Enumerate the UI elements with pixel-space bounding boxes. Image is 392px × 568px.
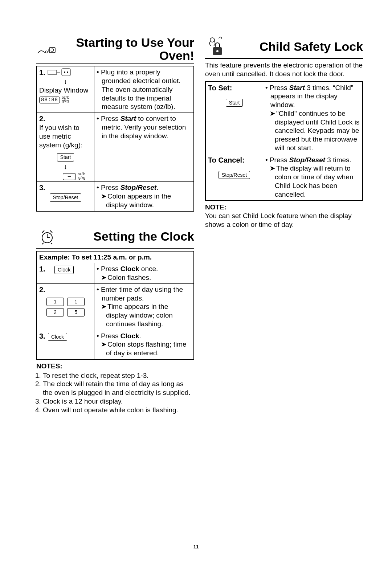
childlock-note-head: NOTE: (205, 203, 363, 212)
step-number: 2. (39, 285, 45, 294)
clock-step-3: 3. Clock Press Clock. Colon stops flashi… (37, 330, 194, 359)
clock-note: Clock is a 12 hour display. (43, 397, 194, 406)
display-readout: 88:88 (39, 97, 60, 104)
numpad-1: 1 (67, 298, 85, 306)
clock-note: Oven will not operate while colon is fla… (43, 406, 194, 414)
clock-notes-head: NOTES: (36, 362, 194, 371)
childlock-intro: This feature prevents the electronic ope… (205, 61, 363, 78)
instruction-text: Press Stop/Reset. (97, 183, 191, 192)
clock-note: To reset the clock, repeat step 1-3. (43, 371, 194, 380)
alarm-clock-icon (36, 226, 58, 248)
page-number: 11 (0, 544, 392, 550)
start-button-graphic: Start (57, 153, 74, 162)
clock-button-graphic: Clock (54, 266, 74, 274)
display-window-label: Display Window (39, 86, 92, 95)
childlock-title: Child Safety Lock (227, 40, 363, 53)
clock-step-2: 2. 1 1 2 5 Enter time of day using the n… (37, 283, 194, 330)
childlock-cancel-row: To Cancel: Stop/Reset Press Stop/Reset 3… (205, 154, 363, 200)
clock-note: The clock will retain the time of day as… (43, 380, 194, 397)
svg-point-11 (210, 38, 215, 42)
starting-heading: Starting to Use Your Oven! (36, 36, 194, 64)
childlock-set-row: To Set: Start Press Start 3 times. “Chil… (205, 82, 363, 154)
left-column: Starting to Use Your Oven! 1. ↓ Display … (36, 36, 194, 553)
starting-step-1: 1. ↓ Display Window 88:88 oz/lbg/kg (37, 66, 194, 113)
stop-reset-button-graphic: Stop/Reset (219, 171, 250, 179)
result-text: Colon appears in the display window. (97, 192, 191, 209)
svg-point-7 (67, 71, 68, 73)
child-lock-icon (205, 36, 227, 58)
clock-example-row: Example: To set 11:25 a.m. or p.m. (37, 251, 194, 263)
instruction-text: Press Start to convert to metric. Verify… (97, 114, 191, 140)
instruction-text: Plug into a properly grounded electrical… (97, 68, 191, 85)
numpad-2: 2 (46, 308, 64, 316)
step-number: 3. (39, 183, 45, 192)
result-text: Time appears in the display window; colo… (97, 302, 191, 328)
step-number: 1. (39, 68, 45, 77)
step-number: 1. (39, 265, 45, 274)
svg-rect-5 (62, 69, 70, 76)
instruction-text: Enter time of day using the number pads. (97, 285, 191, 303)
clock-button-graphic: Clock (48, 333, 67, 341)
result-text: The display will return to colon or time… (265, 164, 360, 199)
clock-title: Setting the Clock (58, 230, 194, 243)
clock-step-1: 1. Clock Press Clock once. Colon flashes… (37, 263, 194, 284)
clock-example-text: Example: To set 11:25 a.m. or p.m. (37, 251, 194, 263)
clock-heading: Setting the Clock (36, 226, 194, 249)
childlock-note: You can set Child Lock feature when the … (205, 212, 363, 229)
to-set-label: To Set: (208, 83, 261, 93)
instruction-text: The oven automatically defaults to the i… (97, 85, 191, 111)
svg-point-6 (64, 71, 65, 73)
starting-step-2: 2. If you wish to use metric system (g/k… (37, 113, 194, 182)
svg-rect-3 (48, 70, 57, 74)
hand-oven-icon (36, 39, 58, 61)
step-left-text: If you wish to use metric system (g/kg): (39, 123, 92, 149)
step-number: 2. (39, 114, 45, 123)
right-column: Child Safety Lock This feature prevents … (205, 36, 363, 553)
clock-steps-table: Example: To set 11:25 a.m. or p.m. 1. Cl… (36, 251, 194, 360)
start-button-graphic: Start (226, 99, 243, 107)
numpad-5: 5 (67, 308, 85, 316)
manual-page: Starting to Use Your Oven! 1. ↓ Display … (0, 0, 392, 568)
childlock-table: To Set: Start Press Start 3 times. “Chil… (205, 81, 363, 201)
instruction-text: Press Stop/Reset 3 times. (265, 156, 360, 164)
clock-notes-list: To reset the clock, repeat step 1-3. The… (43, 371, 194, 414)
result-text: Colon flashes. (97, 273, 191, 282)
svg-point-0 (45, 51, 48, 53)
svg-point-13 (216, 50, 219, 52)
childlock-heading: Child Safety Lock (205, 36, 363, 59)
starting-title: Starting to Use Your Oven! (58, 36, 194, 62)
result-text: Colon stops flashing; time of day is ent… (97, 340, 191, 357)
numpad-1: 1 (46, 298, 64, 306)
svg-point-2 (51, 49, 54, 52)
to-cancel-label: To Cancel: (208, 156, 261, 165)
instruction-text: Press Clock. (97, 332, 191, 340)
instruction-text: Press Start 3 times. “Child” appears in … (265, 83, 360, 109)
stop-reset-button-graphic: Stop/Reset (50, 193, 81, 202)
svg-rect-1 (49, 48, 55, 53)
result-text: "Child" continues to be displayed until … (265, 109, 360, 152)
starting-steps-table: 1. ↓ Display Window 88:88 oz/lbg/kg (36, 66, 194, 211)
step-number: 3. (39, 332, 45, 341)
instruction-text: Press Clock once. (97, 265, 191, 273)
starting-step-3: 3. Stop/Reset Press Stop/Reset. Colon ap… (37, 182, 194, 211)
